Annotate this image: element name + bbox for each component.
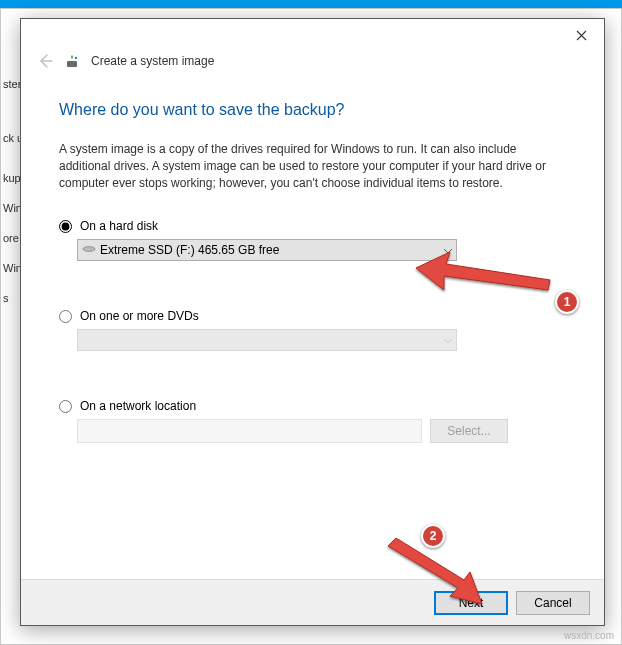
back-arrow-icon [35,51,55,71]
page-description: A system image is a copy of the drives r… [59,141,566,191]
dialog-title: Create a system image [91,54,214,68]
dvd-dropdown [77,329,457,351]
dialog-body: Where do you want to save the backup? A … [21,81,604,579]
background-accent-strip [0,0,622,8]
dialog-footer: Next Cancel [21,579,604,625]
cancel-button[interactable]: Cancel [516,591,590,615]
radio-dvd[interactable] [59,310,72,323]
radio-network[interactable] [59,400,72,413]
hard-disk-dropdown[interactable]: Extreme SSD (F:) 465.65 GB free [77,239,457,261]
option-hard-disk: On a hard disk Extreme SSD (F:) 465.65 G… [59,219,566,261]
close-icon[interactable] [566,23,596,47]
chevron-down-icon [444,245,452,256]
dialog-titlebar: Create a system image [21,51,604,81]
watermark: wsxdn.com [564,630,614,641]
radio-dvd-label: On one or more DVDs [80,309,199,323]
svg-point-2 [83,247,95,252]
page-heading: Where do you want to save the backup? [59,101,566,119]
drive-icon [82,243,96,257]
hard-disk-selected-value: Extreme SSD (F:) 465.65 GB free [100,243,444,257]
dialog-header [21,19,604,51]
radio-hard-disk-label: On a hard disk [80,219,158,233]
option-dvd: On one or more DVDs [59,309,566,351]
select-network-button: Select... [430,419,508,443]
svg-rect-0 [67,61,77,67]
chevron-down-icon [444,335,452,346]
system-image-dialog: Create a system image Where do you want … [20,18,605,626]
system-image-app-icon [65,53,81,69]
svg-point-1 [75,57,77,59]
next-button[interactable]: Next [434,591,508,615]
radio-network-label: On a network location [80,399,196,413]
radio-hard-disk[interactable] [59,220,72,233]
network-path-input [77,419,422,443]
option-network: On a network location Select... [59,399,566,443]
